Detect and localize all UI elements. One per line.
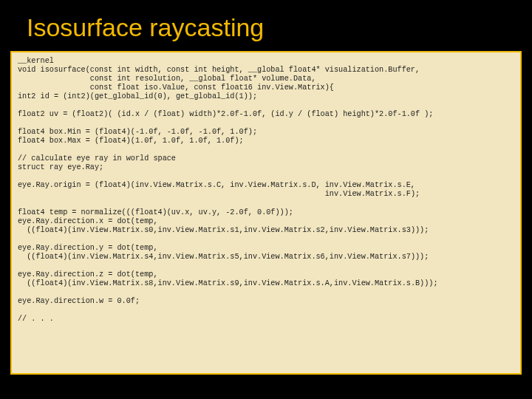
code-block: __kernel void isosurface(const int width… xyxy=(10,51,522,375)
slide: Isosurface raycasting __kernel void isos… xyxy=(0,0,532,399)
slide-title: Isosurface raycasting xyxy=(0,0,532,51)
